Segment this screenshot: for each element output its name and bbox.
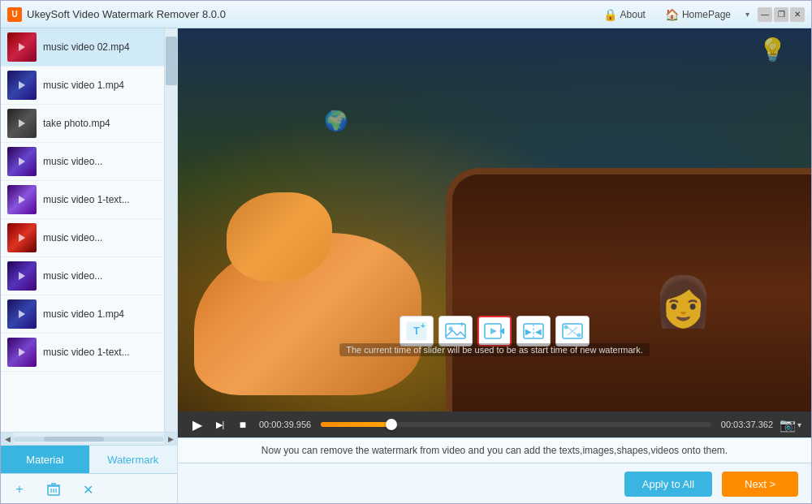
hscroll-thumb[interactable] [44, 437, 104, 442]
thumb-play-icon [19, 43, 25, 51]
tab-row: Material Watermark [1, 445, 177, 473]
file-thumbnail [7, 261, 37, 291]
split-tool[interactable] [555, 316, 590, 347]
svg-text:+: + [421, 321, 425, 330]
time-display-start: 00:00:39.956 [259, 420, 314, 429]
svg-text:+: + [460, 321, 464, 329]
action-row: + ✕ [1, 473, 177, 504]
thumb-play-icon [19, 272, 25, 280]
thumb-play-icon [19, 157, 25, 166]
playback-bar: ▶ ▶| ■ 00:00:39.956 00:03:37.362 📷 ▾ [178, 411, 811, 437]
thumb-play-icon [19, 310, 25, 318]
file-item[interactable]: music video 1.mp4 [1, 295, 164, 334]
file-thumbnail [7, 147, 37, 176]
right-panel: 💡 🌍 👩 T + [178, 28, 811, 504]
close-button[interactable]: ✕ [790, 7, 805, 22]
file-item[interactable]: take photo.mp4 [1, 105, 164, 143]
step-forward-button[interactable]: ▶| [210, 415, 230, 434]
tab-watermark[interactable]: Watermark [89, 446, 178, 473]
app-title: UkeySoft Video Watermark Remover 8.0.0 [27, 8, 598, 20]
homepage-label: HomePage [682, 9, 731, 20]
hscroll-left-arrow[interactable]: ◀ [1, 433, 14, 446]
file-item[interactable]: music video 1-text... [1, 181, 164, 219]
file-item[interactable]: music video... [1, 219, 164, 257]
about-button[interactable]: 🔒 About [598, 6, 650, 23]
close-button-action[interactable]: ✕ [77, 479, 98, 500]
lock-icon: 🔒 [603, 8, 617, 21]
play-button[interactable]: ▶ [188, 415, 207, 434]
vertical-scrollbar[interactable] [164, 28, 177, 432]
file-thumbnail [7, 223, 37, 252]
add-image-tool[interactable]: + [438, 316, 473, 347]
cut-video-tool[interactable]: ▶ ◀ [516, 316, 551, 347]
woman-figure: 👩 [653, 273, 714, 330]
file-name: music video 1.mp4 [43, 308, 124, 320]
delete-button[interactable] [43, 479, 64, 500]
screenshot-button[interactable]: 📷 [780, 417, 796, 433]
file-name: music video 1.mp4 [43, 80, 124, 91]
file-item[interactable]: music video 1.mp4 [1, 67, 164, 105]
about-label: About [620, 9, 646, 20]
video-preview: 💡 🌍 👩 T + [178, 28, 811, 411]
bottom-buttons: Apply to All Next > [178, 463, 811, 504]
file-thumbnail [7, 32, 37, 62]
thumb-play-icon [19, 119, 25, 127]
progress-bar[interactable] [321, 422, 711, 427]
file-thumbnail [7, 338, 37, 367]
file-thumbnail [7, 71, 37, 100]
time-hint: The current time of slider will be used … [339, 343, 650, 356]
app-icon: U [7, 7, 22, 22]
progress-filled [321, 422, 391, 427]
info-message: Now you can remove the watermark from vi… [261, 445, 728, 456]
file-item[interactable]: music video... [1, 257, 164, 295]
svg-marker-14 [490, 328, 497, 334]
restore-button[interactable]: ❐ [774, 7, 788, 22]
dropdown-arrow-icon[interactable]: ▾ [745, 10, 749, 19]
screenshot-dropdown[interactable]: ▾ [797, 420, 801, 429]
watermark-toolbar: T + + [400, 316, 590, 347]
file-name: music video... [43, 156, 102, 167]
sofa-figure [446, 168, 811, 411]
scrollbar-thumb[interactable] [166, 37, 177, 85]
file-name: music video 1-text... [43, 347, 130, 358]
tab-material[interactable]: Material [1, 446, 89, 473]
file-name: music video 02.mp4 [43, 41, 130, 53]
file-item[interactable]: music video... [1, 143, 164, 181]
svg-text:◀: ◀ [535, 327, 542, 336]
thumb-play-icon [19, 81, 25, 89]
tiger-figure [194, 192, 438, 395]
main-layout: music video 02.mp4 music video 1.mp4 tak… [1, 28, 811, 504]
file-name: music video... [43, 270, 102, 282]
thumb-play-icon [19, 196, 25, 204]
add-video-tool[interactable] [477, 316, 512, 347]
thumb-play-icon [19, 234, 25, 242]
svg-text:▶: ▶ [525, 327, 532, 336]
svg-marker-13 [499, 328, 504, 334]
apply-to-all-button[interactable]: Apply to All [624, 472, 712, 497]
minimize-button[interactable]: — [758, 7, 772, 22]
left-panel: music video 02.mp4 music video 1.mp4 tak… [1, 28, 178, 504]
thumb-play-icon [19, 348, 25, 356]
file-list-container: music video 02.mp4 music video 1.mp4 tak… [1, 28, 177, 432]
hscroll-track[interactable] [14, 437, 164, 442]
homepage-button[interactable]: 🏠 HomePage [660, 6, 736, 23]
file-thumbnail [7, 299, 37, 329]
add-button[interactable]: + [9, 479, 30, 500]
info-bar: Now you can remove the watermark from vi… [178, 437, 811, 463]
progress-thumb[interactable] [386, 419, 397, 430]
add-text-tool[interactable]: T + [400, 316, 434, 347]
file-list: music video 02.mp4 music video 1.mp4 tak… [1, 28, 177, 432]
title-bar: U UkeySoft Video Watermark Remover 8.0.0… [1, 1, 811, 28]
time-hint-text: The current time of slider will be used … [346, 345, 643, 355]
svg-text:T: T [413, 325, 420, 337]
horizontal-scrollbar[interactable]: ◀ ▶ [1, 432, 177, 445]
hscroll-right-arrow[interactable]: ▶ [164, 433, 177, 446]
file-item[interactable]: music video 02.mp4 [1, 28, 164, 67]
next-button[interactable]: Next > [722, 472, 798, 497]
file-name: music video... [43, 232, 102, 243]
file-item[interactable]: music video 1-text... [1, 334, 164, 372]
chandelier-icon: 💡 [758, 37, 787, 63]
file-name: take photo.mp4 [43, 118, 110, 129]
time-display-end: 00:03:37.362 [718, 420, 773, 429]
stop-button[interactable]: ■ [233, 415, 253, 434]
